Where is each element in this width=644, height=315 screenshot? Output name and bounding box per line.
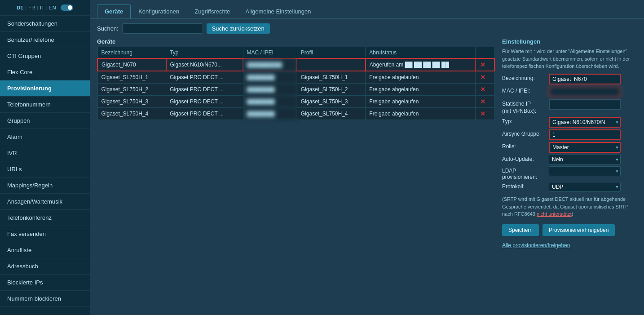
sidebar-item-gruppen[interactable]: Gruppen bbox=[0, 113, 90, 129]
cell-delete[interactable]: ✕ bbox=[475, 71, 494, 84]
sidebar-item-blockierte-ips[interactable]: Blockierte IPs bbox=[0, 275, 90, 291]
cell-typ: Gigaset PRO DECT ... bbox=[166, 96, 243, 108]
cell-bezeichnung: Gigaset_SL750H_3 bbox=[97, 96, 166, 108]
sidebar-item-cti-gruppen[interactable]: CTI Gruppen bbox=[0, 48, 90, 64]
field-protokoll-select[interactable]: UDP TCP TLS bbox=[549, 182, 621, 192]
sidebar-item-sonderschaltungen[interactable]: Sonderschaltungen bbox=[0, 16, 90, 32]
field-protokoll-label: Protokoll: bbox=[502, 182, 547, 190]
sidebar-item-mappings-regeln[interactable]: Mappings/Regeln bbox=[0, 177, 90, 194]
delete-button[interactable]: ✕ bbox=[479, 98, 486, 105]
settings-title: Einstellungen bbox=[502, 36, 637, 48]
table-row[interactable]: Gigaset_SL750H_2 Gigaset PRO DECT ... ██… bbox=[97, 84, 494, 96]
search-input[interactable] bbox=[122, 23, 203, 34]
cell-delete[interactable]: ✕ bbox=[475, 58, 494, 71]
field-auto-update-select-wrapper: Nein Ja bbox=[549, 155, 621, 164]
sidebar-item-nummern-blockieren[interactable]: Nummern blockieren bbox=[0, 291, 90, 307]
table-row[interactable]: Gigaset_SL750H_1 Gigaset PRO DECT ... ██… bbox=[97, 71, 494, 84]
col-profil: Profil bbox=[297, 47, 366, 59]
cell-abrufstatus: Abgerufen am ██ ██ ██ ██ ██ bbox=[366, 58, 475, 71]
cell-delete[interactable]: ✕ bbox=[475, 84, 494, 96]
sidebar-item-provisionierung[interactable]: Provisionierung bbox=[0, 80, 90, 97]
tab-allgemeine-einstellungen[interactable]: Allgemeine Einstellungen bbox=[238, 4, 319, 18]
delete-button[interactable]: ✕ bbox=[479, 61, 486, 68]
field-protokoll: Protokoll: UDP TCP TLS bbox=[502, 182, 637, 192]
lang-en[interactable]: EN bbox=[49, 5, 56, 10]
table-header-row: Bezeichnung Typ MAC / IPEI Profil Abrufs… bbox=[97, 47, 494, 59]
tab-zugriffsrechte[interactable]: Zugriffsrechte bbox=[187, 4, 238, 18]
cell-profil: Gigaset_SL750H_3 bbox=[297, 96, 366, 108]
col-bezeichnung: Bezeichnung bbox=[97, 47, 166, 59]
sidebar-item-ivr[interactable]: IVR bbox=[0, 145, 90, 161]
table-row[interactable]: Gigaset_SL750H_4 Gigaset PRO DECT ... ██… bbox=[97, 108, 494, 120]
field-rolle-select[interactable]: Master Slave bbox=[549, 142, 621, 153]
action-buttons: Speichern Provisionieren/Freigeben bbox=[502, 224, 637, 236]
field-static-ip-label: Statische IP(mit VPNBox): bbox=[502, 99, 547, 115]
col-actions bbox=[475, 47, 494, 59]
sidebar-item-ansagen-wartemusik[interactable]: Ansagen/Wartemusik bbox=[0, 194, 90, 210]
col-abrufstatus: Abrufstatus bbox=[366, 47, 475, 59]
main-content: Geräte Konfigurationen Zugriffsrechte Al… bbox=[90, 0, 644, 315]
settings-panel: Einstellungen Für Werte mit * wird der u… bbox=[502, 36, 637, 311]
cell-abrufstatus: Freigabe abgelaufen bbox=[366, 96, 475, 108]
lang-fr[interactable]: FR bbox=[28, 5, 35, 10]
field-ldap: LDAPprovisionieren: bbox=[502, 166, 637, 180]
cell-delete[interactable]: ✕ bbox=[475, 96, 494, 108]
field-airsync-label: Airsync Gruppe: bbox=[502, 129, 547, 137]
field-mac-input[interactable] bbox=[549, 86, 621, 97]
provisionieren-button[interactable]: Provisionieren/Freigeben bbox=[543, 224, 615, 236]
field-typ: Typ: Gigaset N610/N670/N Gigaset PRO DEC… bbox=[502, 117, 637, 128]
cell-mac: ████████ bbox=[243, 108, 297, 120]
sidebar-item-flex-core[interactable]: Flex Core bbox=[0, 64, 90, 80]
field-static-ip-input[interactable] bbox=[549, 99, 621, 110]
field-auto-update-select[interactable]: Nein Ja bbox=[549, 155, 621, 164]
tab-geraete[interactable]: Geräte bbox=[97, 4, 131, 18]
sidebar-item-urls[interactable]: URLs bbox=[0, 161, 90, 177]
field-typ-select-wrapper: Gigaset N610/N670/N Gigaset PRO DECT bbox=[549, 117, 621, 128]
delete-button[interactable]: ✕ bbox=[479, 74, 486, 81]
language-switcher: DE | FR | IT | EN bbox=[0, 0, 90, 16]
field-ldap-select[interactable] bbox=[549, 166, 621, 176]
lang-de[interactable]: DE bbox=[17, 5, 23, 10]
search-reset-button[interactable]: Suche zurücksetzen bbox=[207, 23, 270, 34]
field-bezeichnung: Bezeichnung: bbox=[502, 74, 637, 84]
field-bezeichnung-label: Bezeichnung: bbox=[502, 74, 547, 81]
srtp-note: (SRTP wird mit Gigaset DECT aktuell nur … bbox=[502, 195, 637, 218]
cell-delete[interactable]: ✕ bbox=[475, 108, 494, 120]
delete-button[interactable]: ✕ bbox=[479, 86, 486, 93]
alle-provisionieren-button[interactable]: Alle provisionieren/freigeben bbox=[502, 242, 570, 248]
cell-typ: Gigaset PRO DECT ... bbox=[166, 71, 243, 84]
devices-table: Bezeichnung Typ MAC / IPEI Profil Abrufs… bbox=[97, 47, 495, 120]
sidebar-item-alarm[interactable]: Alarm bbox=[0, 129, 90, 145]
cell-mac: ██████████ bbox=[243, 58, 297, 71]
cell-profil: Gigaset_SL750H_4 bbox=[297, 108, 366, 120]
field-protokoll-select-wrapper: UDP TCP TLS bbox=[549, 182, 621, 192]
table-row[interactable]: Gigaset_N670 Gigaset N610/N670... ██████… bbox=[97, 58, 494, 71]
sidebar-item-benutzer-telefone[interactable]: Benutzer/Telefone bbox=[0, 32, 90, 48]
lang-it[interactable]: IT bbox=[40, 5, 44, 10]
theme-toggle[interactable] bbox=[61, 4, 73, 11]
table-row[interactable]: Gigaset_SL750H_3 Gigaset PRO DECT ... ██… bbox=[97, 96, 494, 108]
sidebar-item-anrufliste[interactable]: Anrufliste bbox=[0, 242, 90, 258]
cell-bezeichnung: Gigaset_SL750H_2 bbox=[97, 84, 166, 96]
cell-mac: ████████ bbox=[243, 96, 297, 108]
delete-button[interactable]: ✕ bbox=[479, 110, 486, 117]
field-airsync: Airsync Gruppe: bbox=[502, 129, 637, 140]
field-airsync-input[interactable] bbox=[549, 129, 621, 140]
speichern-button[interactable]: Speichern bbox=[502, 224, 539, 236]
cell-abrufstatus: Freigabe abgelaufen bbox=[366, 84, 475, 96]
cell-abrufstatus: Freigabe abgelaufen bbox=[366, 71, 475, 84]
field-bezeichnung-input[interactable] bbox=[549, 74, 621, 84]
field-rolle-select-wrapper: Master Slave bbox=[549, 142, 621, 153]
field-mac: MAC / IPEI: bbox=[502, 86, 637, 97]
sidebar-item-fax-versenden[interactable]: Fax versenden bbox=[0, 226, 90, 242]
cell-typ: Gigaset PRO DECT ... bbox=[166, 84, 243, 96]
field-typ-label: Typ: bbox=[502, 117, 547, 124]
field-mac-label: MAC / IPEI: bbox=[502, 86, 547, 94]
sidebar-item-telefonkonferenz[interactable]: Telefonkonferenz bbox=[0, 210, 90, 226]
search-bar: Suchen: Suche zurücksetzen bbox=[90, 19, 644, 36]
sidebar-item-telefonnummern[interactable]: Telefonnummern bbox=[0, 97, 90, 113]
field-typ-select[interactable]: Gigaset N610/N670/N Gigaset PRO DECT bbox=[549, 117, 621, 128]
sidebar-item-adressbuch[interactable]: Adressbuch bbox=[0, 258, 90, 275]
tab-bar: Geräte Konfigurationen Zugriffsrechte Al… bbox=[90, 0, 644, 19]
tab-konfigurationen[interactable]: Konfigurationen bbox=[131, 4, 187, 18]
